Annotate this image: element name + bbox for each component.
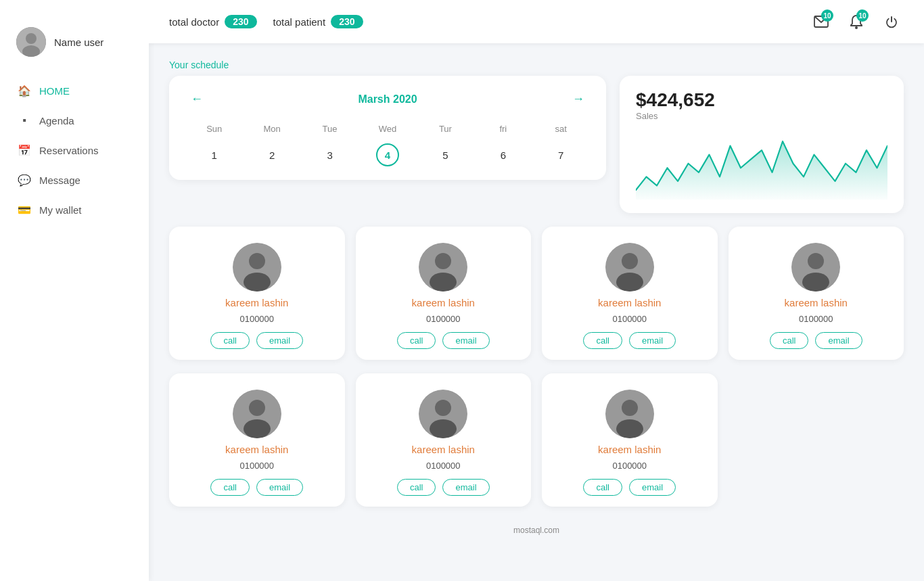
- agenda-icon: ▪: [18, 114, 31, 127]
- doctor-avatar-1: [419, 243, 467, 292]
- email-button-3[interactable]: email: [815, 332, 862, 349]
- doctor-card-1: kareem lashin 0100000 call email: [356, 227, 532, 360]
- cal-date-7[interactable]: 7: [549, 143, 572, 166]
- doctor-card-5: kareem lashin 0100000 call email: [356, 373, 532, 507]
- cal-date-4[interactable]: 4: [376, 143, 399, 166]
- cal-date-3[interactable]: 3: [319, 143, 342, 166]
- doctor-name-0: kareem lashin: [225, 297, 288, 308]
- email-button-1[interactable]: email: [442, 332, 489, 349]
- sidebar-item-home[interactable]: 🏠 HOME: [8, 77, 141, 104]
- cal-next-button[interactable]: →: [567, 89, 590, 109]
- cal-prev-button[interactable]: ←: [185, 89, 208, 109]
- doctor-avatar-6: [605, 390, 654, 438]
- sidebar-nav: 🏠 HOME ▪ Agenda 📅 Reservations 💬 Message…: [0, 77, 149, 223]
- schedule-row: Your schedule ← Marsh 2020 → Sun Mon Tue…: [169, 60, 904, 213]
- svg-point-13: [616, 273, 643, 292]
- sidebar-item-wallet[interactable]: 💳 My wallet: [8, 196, 141, 223]
- doctor-name-6: kareem lashin: [598, 444, 661, 455]
- call-button-0[interactable]: call: [210, 332, 250, 349]
- sidebar-item-home-label: HOME: [39, 85, 70, 97]
- topbar-actions: 10 10: [809, 9, 904, 34]
- power-button[interactable]: [879, 9, 904, 34]
- doctor-actions-2: call email: [583, 332, 676, 349]
- sidebar-item-message[interactable]: 💬 Message: [8, 166, 141, 193]
- calendar-dates: 1 2 3 4 5 6 7: [185, 143, 590, 166]
- mail-button[interactable]: 10: [809, 9, 833, 34]
- cal-date-1[interactable]: 1: [203, 143, 226, 166]
- email-button-5[interactable]: email: [442, 479, 489, 496]
- call-button-3[interactable]: call: [770, 332, 809, 349]
- doctor-phone-2: 0100000: [612, 314, 647, 324]
- sidebar-item-reservations[interactable]: 📅 Reservations: [8, 137, 141, 164]
- sidebar-user: Name user: [0, 14, 149, 77]
- call-button-6[interactable]: call: [583, 479, 622, 496]
- doctor-phone-1: 0100000: [426, 314, 461, 324]
- doctor-name-3: kareem lashin: [785, 297, 848, 308]
- cal-date-5[interactable]: 5: [434, 143, 457, 166]
- svg-point-25: [616, 419, 643, 438]
- cal-day-fri: fri: [474, 121, 532, 137]
- cal-date-2[interactable]: 2: [260, 143, 283, 166]
- topbar: total doctor 230 total patient 230 10: [149, 0, 924, 43]
- empty-slot: [729, 373, 904, 507]
- calendar-month: Marsh 2020: [358, 93, 417, 106]
- svg-point-7: [244, 273, 271, 292]
- calendar-header: ← Marsh 2020 →: [185, 89, 590, 109]
- sidebar-item-reservations-label: Reservations: [39, 145, 99, 156]
- topbar-stats: total doctor 230 total patient 230: [169, 15, 363, 28]
- cal-day-mon: Mon: [243, 121, 300, 137]
- doctor-phone-3: 0100000: [799, 314, 833, 324]
- doctor-avatar-2: [605, 243, 654, 292]
- doctor-avatar-4: [233, 390, 281, 438]
- sidebar-item-agenda-label: Agenda: [39, 115, 74, 126]
- sales-card: $424,652 Sales: [620, 76, 904, 213]
- svg-point-9: [435, 253, 451, 269]
- mail-badge: 10: [821, 9, 833, 22]
- email-button-4[interactable]: email: [256, 479, 303, 496]
- doctor-card-0: kareem lashin 0100000 call email: [169, 227, 345, 360]
- total-patient-label: total patient: [273, 16, 326, 28]
- cal-date-6[interactable]: 6: [492, 143, 515, 166]
- doctor-name-4: kareem lashin: [225, 444, 288, 455]
- call-button-4[interactable]: call: [210, 479, 250, 496]
- doctor-avatar-0: [233, 243, 281, 292]
- doctor-card-3: kareem lashin 0100000 call email: [729, 227, 904, 360]
- sales-chart: [636, 132, 887, 200]
- sidebar-item-agenda[interactable]: ▪ Agenda: [8, 107, 141, 134]
- svg-point-1: [26, 33, 37, 44]
- svg-point-24: [622, 400, 638, 416]
- call-button-5[interactable]: call: [397, 479, 436, 496]
- total-doctor-label: total doctor: [169, 16, 219, 28]
- notification-button[interactable]: 10: [844, 9, 869, 34]
- total-doctor-count: 230: [225, 15, 256, 28]
- schedule-section: ← Marsh 2020 → Sun Mon Tue Wed Tur fri s…: [169, 76, 904, 213]
- wallet-icon: 💳: [18, 203, 31, 216]
- doctor-actions-6: call email: [583, 479, 676, 496]
- doctors-grid-row2: kareem lashin 0100000 call email kareem …: [169, 373, 904, 507]
- schedule-label: Your schedule: [169, 60, 904, 70]
- svg-point-16: [802, 273, 829, 292]
- doctor-avatar-5: [419, 390, 467, 438]
- main-content: total doctor 230 total patient 230 10: [149, 0, 924, 581]
- doctor-avatar-3: [791, 243, 840, 292]
- sales-label: Sales: [636, 111, 887, 121]
- svg-point-4: [855, 26, 858, 29]
- sidebar: Name user 🏠 HOME ▪ Agenda 📅 Reservations…: [0, 0, 149, 581]
- svg-point-21: [435, 400, 451, 416]
- doctor-phone-5: 0100000: [426, 461, 461, 471]
- reservations-icon: 📅: [18, 143, 31, 157]
- cal-day-sat: sat: [532, 121, 590, 137]
- sales-amount: $424,652: [636, 89, 887, 111]
- page-content: Your schedule ← Marsh 2020 → Sun Mon Tue…: [149, 43, 924, 557]
- call-button-2[interactable]: call: [583, 332, 622, 349]
- svg-point-15: [808, 253, 824, 269]
- total-patient-count: 230: [331, 15, 363, 28]
- email-button-2[interactable]: email: [629, 332, 676, 349]
- email-button-0[interactable]: email: [256, 332, 303, 349]
- message-icon: 💬: [18, 173, 31, 187]
- doctor-phone-0: 0100000: [239, 314, 274, 324]
- call-button-1[interactable]: call: [397, 332, 436, 349]
- email-button-6[interactable]: email: [629, 479, 676, 496]
- svg-point-22: [430, 419, 457, 438]
- svg-point-12: [622, 253, 638, 269]
